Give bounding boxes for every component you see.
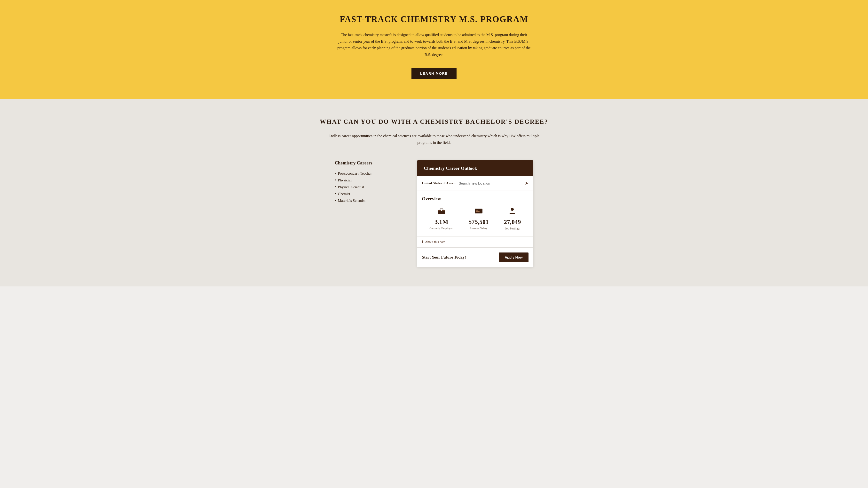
careers-list-title: Chemistry Careers xyxy=(335,160,398,166)
stat-item-employed: 3.1M Currently Employed xyxy=(429,208,453,230)
postings-label: Job Postings xyxy=(505,227,520,230)
salary-value: $75,501 xyxy=(468,218,489,226)
location-row: United States of Ame... ➤ xyxy=(417,176,533,191)
career-item-label: Physician xyxy=(338,178,352,182)
overview-title: Overview xyxy=(422,196,528,202)
list-item: Physical Scientist xyxy=(335,183,398,191)
learn-more-button[interactable]: LEARN MORE xyxy=(411,68,457,79)
employed-label: Currently Employed xyxy=(429,227,453,230)
career-item-label: Chemist xyxy=(338,192,350,196)
list-item: Chemist xyxy=(335,191,398,197)
section-title: WHAT CAN YOU DO WITH A CHEMISTRY BACHELO… xyxy=(10,118,858,125)
about-data-text[interactable]: About this data xyxy=(425,240,445,244)
overview-container: Overview 3.1M Curren xyxy=(417,191,533,236)
section-description: Endless career opportunities in the chem… xyxy=(325,133,543,146)
list-item: Materials Scientist xyxy=(335,197,398,204)
location-search-input[interactable] xyxy=(459,181,522,185)
salary-icon xyxy=(474,208,483,216)
careers-widget-row: Chemistry Careers Postsecondary Teacher … xyxy=(301,160,567,267)
career-item-label: Postsecondary Teacher xyxy=(338,171,372,176)
career-item-label: Materials Scientist xyxy=(338,198,365,203)
widget-header: Chemistry Career Outlook xyxy=(417,160,533,176)
list-item: Physician xyxy=(335,177,398,183)
stat-item-salary: $75,501 Average Salary xyxy=(468,208,489,230)
careers-list: Postsecondary Teacher Physician Physical… xyxy=(335,170,398,204)
svg-rect-6 xyxy=(476,211,479,212)
list-item: Postsecondary Teacher xyxy=(335,170,398,177)
info-icon: ℹ xyxy=(422,240,423,244)
banner-description: The fast-track chemistry master's is des… xyxy=(337,31,531,58)
svg-rect-1 xyxy=(440,209,443,210)
about-data-row: ℹ About this data xyxy=(417,236,533,248)
apply-now-button[interactable]: Apply Now xyxy=(499,253,528,262)
banner-section: FAST-TRACK CHEMISTRY M.S. PROGRAM The fa… xyxy=(0,0,868,99)
start-future-text: Start Your Future Today! xyxy=(422,255,466,260)
briefcase-icon xyxy=(438,208,445,216)
location-current: United States of Ame... xyxy=(422,181,456,185)
postings-value: 27,049 xyxy=(504,219,521,226)
careers-list-container: Chemistry Careers Postsecondary Teacher … xyxy=(335,160,398,204)
svg-rect-4 xyxy=(475,208,483,213)
career-item-label: Physical Scientist xyxy=(338,185,364,189)
start-future-row: Start Your Future Today! Apply Now xyxy=(417,248,533,267)
widget-header-title: Chemistry Career Outlook xyxy=(424,166,477,171)
svg-rect-5 xyxy=(476,210,478,210)
job-postings-icon xyxy=(508,207,516,216)
content-section: WHAT CAN YOU DO WITH A CHEMISTRY BACHELO… xyxy=(0,99,868,286)
location-arrow-icon[interactable]: ➤ xyxy=(525,181,528,186)
banner-title: FAST-TRACK CHEMISTRY M.S. PROGRAM xyxy=(10,15,858,24)
career-outlook-widget: Chemistry Career Outlook United States o… xyxy=(417,160,533,267)
salary-label: Average Salary xyxy=(470,227,487,230)
overview-stats: 3.1M Currently Employed $75,501 xyxy=(422,207,528,230)
svg-rect-3 xyxy=(441,210,442,211)
employed-value: 3.1M xyxy=(434,218,448,226)
svg-point-7 xyxy=(511,208,514,211)
stat-item-postings: 27,049 Job Postings xyxy=(504,207,521,230)
